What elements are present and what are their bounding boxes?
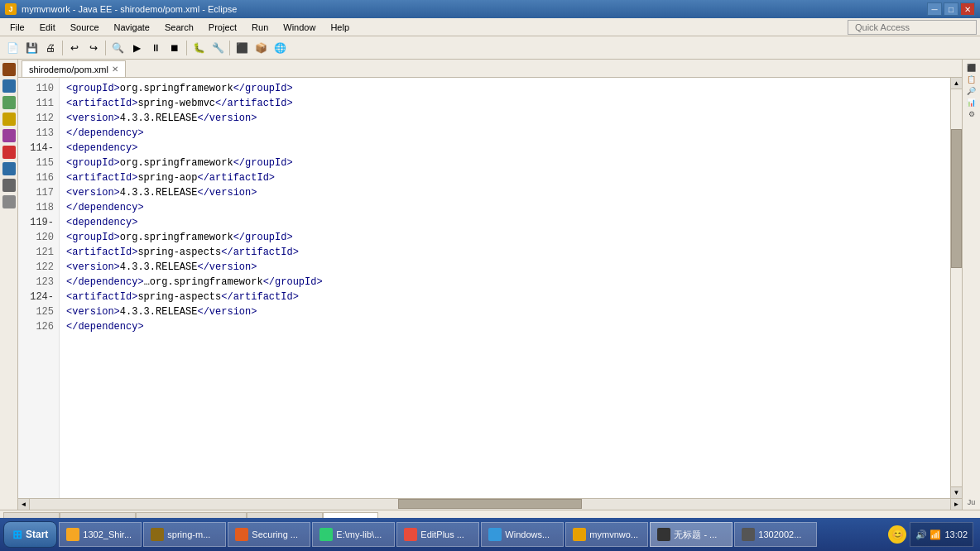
taskbar-item-label-2: Securing ... xyxy=(252,529,298,539)
toolbar-sep-2 xyxy=(105,41,106,55)
taskbar-item-7[interactable]: 无标题 - ... xyxy=(650,522,733,547)
tab-close-icon[interactable]: ✕ xyxy=(112,65,118,74)
taskbar-item-label-1: spring-m... xyxy=(167,529,210,539)
toolbar-btn-2[interactable]: 💾 xyxy=(22,39,41,57)
right-sidebar-item-3[interactable]: 🔎 xyxy=(967,87,976,95)
h-scrollbar-track[interactable] xyxy=(30,499,950,510)
right-sidebar-bottom-1[interactable]: Ju xyxy=(968,498,976,506)
taskbar-right: 😊 🔊 📶 13:02 xyxy=(885,522,977,547)
menu-search[interactable]: Search xyxy=(158,18,200,36)
right-sidebar-item-4[interactable]: 📊 xyxy=(967,98,976,107)
taskbar-item-icon-8 xyxy=(742,528,755,541)
menu-navigate[interactable]: Navigate xyxy=(108,18,156,36)
right-sidebar-item-5[interactable]: ⚙ xyxy=(968,110,975,118)
sidebar-icon-9[interactable] xyxy=(2,195,16,208)
menu-source[interactable]: Source xyxy=(64,18,106,36)
toolbar-btn-5[interactable]: ↪ xyxy=(84,39,103,57)
line-number-113: 113 xyxy=(18,126,59,141)
toolbar-btn-12[interactable]: ⬛ xyxy=(233,39,251,57)
start-button[interactable]: ⊞ Start xyxy=(3,521,57,548)
toolbar-btn-11[interactable]: 🔧 xyxy=(209,39,227,57)
toolbar-btn-6[interactable]: 🔍 xyxy=(108,39,127,57)
right-sidebar-item-1[interactable]: ⬛ xyxy=(968,63,976,72)
line-number-117: 117 xyxy=(18,185,59,200)
h-scrollbar-thumb[interactable] xyxy=(398,499,582,509)
scrollbar-thumb[interactable] xyxy=(951,129,962,268)
code-line-122: <version>4.3.3.RELEASE</version> xyxy=(66,260,944,275)
minimize-button[interactable]: ─ xyxy=(927,2,942,16)
menu-file[interactable]: File xyxy=(3,18,31,36)
line-number-124: 124- xyxy=(18,290,59,304)
scroll-up-button[interactable]: ▲ xyxy=(951,78,962,89)
menu-edit[interactable]: Edit xyxy=(33,18,62,36)
toolbar-btn-10[interactable]: 🐛 xyxy=(190,39,208,57)
line-number-121: 121 xyxy=(18,245,59,260)
taskbar-item-icon-5 xyxy=(488,528,502,541)
code-area[interactable]: 110111112113114-115116117118119-12012112… xyxy=(18,78,962,498)
sidebar-icon-8[interactable] xyxy=(2,179,16,192)
taskbar-item-2[interactable]: Securing ... xyxy=(228,522,310,547)
maximize-button[interactable]: □ xyxy=(944,2,958,16)
toolbar-btn-13[interactable]: 📦 xyxy=(252,39,270,57)
line-number-116: 116 xyxy=(18,170,59,185)
taskbar-item-label-5: Windows... xyxy=(505,529,550,539)
code-line-124: <artifactId>spring-aspects</artifactId> xyxy=(66,290,944,304)
taskbar-item-icon-1 xyxy=(151,528,164,541)
toolbar-btn-14[interactable]: 🌐 xyxy=(271,39,289,57)
menu-run[interactable]: Run xyxy=(245,18,275,36)
sidebar-icon-1[interactable] xyxy=(2,63,16,76)
left-sidebar xyxy=(0,60,18,510)
toolbar: 📄 💾 🖨 ↩ ↪ 🔍 ▶ ⏸ ⏹ 🐛 🔧 ⬛ 📦 🌐 xyxy=(0,36,980,60)
scroll-down-button[interactable]: ▼ xyxy=(951,486,962,498)
taskbar-item-icon-4 xyxy=(404,528,417,541)
taskbar-item-0[interactable]: 1302_Shir... xyxy=(59,522,142,547)
taskbar-item-5[interactable]: Windows... xyxy=(481,522,564,547)
right-sidebar-item-2[interactable]: 📋 xyxy=(967,75,976,84)
taskbar-item-icon-6 xyxy=(573,528,586,541)
toolbar-btn-1[interactable]: 📄 xyxy=(3,39,22,57)
sidebar-icon-7[interactable] xyxy=(2,162,16,175)
code-content[interactable]: <groupId>org.springframework</groupId> <… xyxy=(60,78,950,498)
system-tray: 🔊 📶 13:02 xyxy=(910,522,973,547)
sidebar-icon-6[interactable] xyxy=(2,146,16,159)
line-number-119: 119- xyxy=(18,215,59,230)
code-line-110: <groupId>org.springframework</groupId> xyxy=(66,81,944,96)
taskbar-item-icon-3 xyxy=(319,528,333,541)
sidebar-icon-4[interactable] xyxy=(2,113,16,126)
toolbar-btn-9[interactable]: ⏹ xyxy=(166,39,184,57)
menu-help[interactable]: Help xyxy=(324,18,356,36)
taskbar-item-icon-0 xyxy=(66,528,79,541)
line-number-120: 120 xyxy=(18,230,59,245)
taskbar-item-4[interactable]: EditPlus ... xyxy=(396,522,479,547)
taskbar-item-1[interactable]: spring-m... xyxy=(143,522,226,547)
sidebar-icon-2[interactable] xyxy=(2,79,16,93)
taskbar-item-6[interactable]: mymvnwo... xyxy=(565,522,648,547)
code-line-118: </dependency> xyxy=(66,200,944,215)
close-button[interactable]: ✕ xyxy=(960,2,975,16)
line-number-125: 125 xyxy=(18,304,59,319)
toolbar-btn-4[interactable]: ↩ xyxy=(65,39,84,57)
menu-window[interactable]: Window xyxy=(276,18,322,36)
sidebar-icon-5[interactable] xyxy=(2,129,16,142)
taskbar-item-label-6: mymvnwo... xyxy=(589,529,638,539)
scroll-left-button[interactable]: ◄ xyxy=(18,499,30,510)
window-title: mymvnwork - Java EE - shirodemo/pom.xml … xyxy=(22,4,237,14)
toolbar-icons: 📄 💾 🖨 ↩ ↪ 🔍 ▶ ⏸ ⏹ 🐛 🔧 ⬛ 📦 🌐 xyxy=(3,39,289,57)
taskbar-item-3[interactable]: E:\my-lib\... xyxy=(312,522,395,547)
scrollbar-track[interactable] xyxy=(951,89,962,486)
toolbar-btn-8[interactable]: ⏸ xyxy=(147,39,165,57)
toolbar-sep-1 xyxy=(62,41,63,55)
menu-project[interactable]: Project xyxy=(202,18,243,36)
editor-tab-pom[interactable]: shirodemo/pom.xml ✕ xyxy=(22,60,126,77)
code-line-119: <dependency> xyxy=(66,215,944,230)
toolbar-sep-3 xyxy=(186,41,187,55)
code-line-121: <artifactId>spring-aspects</artifactId> xyxy=(66,245,944,260)
taskbar-item-8[interactable]: 1302002... xyxy=(734,522,817,547)
scroll-right-button[interactable]: ► xyxy=(950,499,962,510)
quick-access-input[interactable] xyxy=(848,20,977,35)
sidebar-icon-3[interactable] xyxy=(2,96,16,109)
toolbar-btn-3[interactable]: 🖨 xyxy=(41,39,60,57)
vertical-scrollbar[interactable]: ▲ ▼ xyxy=(950,78,962,498)
horizontal-scrollbar[interactable]: ◄ ► xyxy=(18,498,962,510)
toolbar-btn-7[interactable]: ▶ xyxy=(127,39,146,57)
